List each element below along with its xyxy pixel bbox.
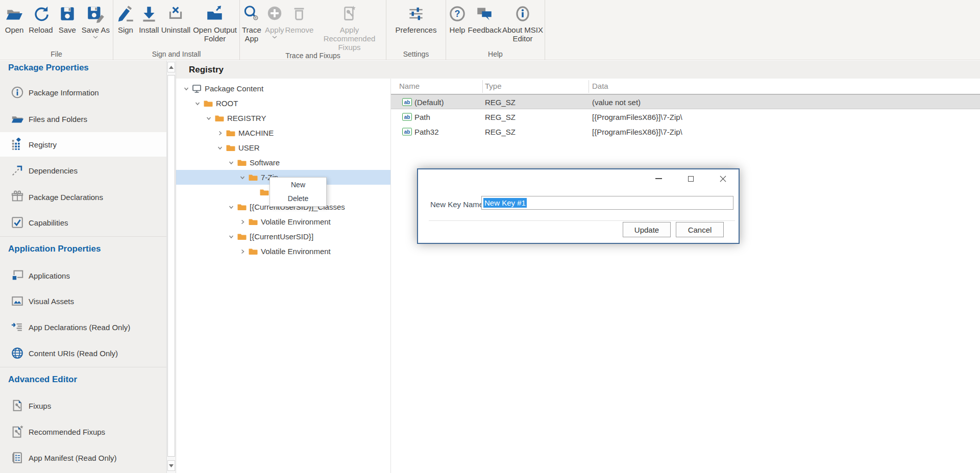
computer-icon: [192, 84, 202, 93]
tree-item-currentusersid[interactable]: [{CurrentUserSID}]: [176, 229, 390, 244]
sidebar-item-files-and-folders[interactable]: Files and Folders: [0, 107, 166, 131]
sidebar-item-content-uris-read-only[interactable]: Content URIs (Read Only): [0, 341, 166, 365]
recommended-fixups-icon: [340, 4, 359, 23]
scrollbar-up-button[interactable]: [167, 62, 175, 72]
sidebar-item-capabilities[interactable]: Capabilities: [0, 210, 166, 235]
column-header-name[interactable]: Name: [399, 82, 420, 90]
sidebar-item-app-manifest-read-only[interactable]: App Manifest (Read Only): [0, 445, 166, 470]
folder-icon: [237, 158, 247, 167]
chevron-down-icon: [228, 204, 234, 210]
open-folder-icon: [5, 4, 24, 23]
preferences-sliders-icon: [406, 4, 426, 23]
folder-icon: [248, 217, 258, 227]
ribbon-button-preferences[interactable]: Preferences: [396, 3, 437, 34]
arrow-list-icon: [11, 320, 24, 334]
minimize-button[interactable]: [648, 171, 670, 186]
new-key-name-input[interactable]: New Key #1: [481, 196, 733, 210]
save-as-icon: [86, 4, 105, 23]
sidebar-item-app-declarations-read-only[interactable]: App Declarations (Read Only): [0, 315, 166, 339]
sidebar-scrollbar[interactable]: [166, 61, 176, 473]
column-header-type[interactable]: Type: [485, 82, 502, 90]
tree-item-user[interactable]: USER: [176, 140, 390, 155]
remove-trash-icon: [289, 4, 309, 23]
sidebar-item-recommended-fixups[interactable]: Recommended Fixups: [0, 419, 166, 444]
ribbon-button-reload[interactable]: Reload: [29, 3, 53, 34]
scrollbar-down-button[interactable]: [167, 460, 175, 471]
scrollbar-thumb[interactable]: [167, 75, 175, 457]
chevron-down-icon: [183, 86, 189, 92]
sidebar-item-applications[interactable]: Applications: [0, 263, 166, 288]
ribbon-button-uninstall[interactable]: Uninstall: [161, 3, 191, 34]
ribbon-button-about-msix-editor[interactable]: About MSIX Editor: [501, 3, 545, 43]
update-button[interactable]: Update: [623, 222, 671, 237]
reg-sz-icon: ab: [402, 128, 412, 135]
sidebar-item-package-information[interactable]: Package Information: [0, 80, 166, 105]
expander-down[interactable]: [228, 204, 235, 211]
sidebar-heading-advanced-editor: Advanced Editor: [8, 374, 77, 386]
expander-down[interactable]: [228, 159, 235, 166]
context-menu-item-delete[interactable]: Delete: [270, 192, 326, 206]
tree-item-root[interactable]: ROOT: [176, 96, 390, 111]
sidebar-item-dependencies[interactable]: Dependencies: [0, 158, 166, 183]
folder-icon: [248, 246, 258, 256]
trace-app-icon: [242, 4, 261, 23]
context-menu: NewDelete: [270, 177, 327, 207]
fixups-doc-star-icon: [11, 425, 24, 438]
expander-down[interactable]: [239, 174, 246, 181]
tree-item-registry[interactable]: REGISTRY: [176, 111, 390, 126]
sidebar-item-registry[interactable]: Registry: [0, 132, 166, 157]
tree-item-volatile-environment[interactable]: Volatile Environment: [176, 214, 390, 229]
info-circle-icon: [11, 86, 24, 99]
expander-right[interactable]: [239, 218, 246, 226]
expander-right[interactable]: [216, 130, 224, 137]
expander-none: [250, 189, 257, 196]
reg-sz-icon: ab: [402, 113, 412, 120]
tree-item-package-content[interactable]: Package Content: [176, 81, 390, 96]
expander-down[interactable]: [194, 100, 201, 107]
table-row-default[interactable]: ab(Default)REG_SZ(value not set): [391, 94, 980, 109]
close-button[interactable]: [712, 171, 734, 186]
ribbon-group-help: ?HelpFeedbackAbout MSIX EditorHelp: [446, 0, 545, 60]
close-icon: [720, 176, 726, 182]
section-divider: [0, 236, 166, 237]
table-row-path[interactable]: abPathREG_SZ[{ProgramFilesX86}]\7-Zip\: [391, 109, 980, 124]
sidebar-item-visual-assets[interactable]: Visual Assets: [0, 289, 166, 313]
folder-icon: [259, 187, 269, 197]
folder-icon: [226, 143, 235, 153]
ribbon-button-save-as[interactable]: Save As: [82, 3, 110, 39]
ribbon-group-trace-and-fixups: Trace AppApplyRemoveApply Recommended Fi…: [240, 0, 386, 60]
sidebar-item-fixups[interactable]: Fixups: [0, 393, 166, 418]
ribbon-group-label: Help: [446, 50, 545, 60]
cancel-button[interactable]: Cancel: [676, 222, 724, 237]
ribbon-button-trace-app[interactable]: Trace App: [240, 3, 263, 43]
ribbon-button-apply-recommended-fixups[interactable]: Apply Recommended Fixups: [313, 3, 386, 52]
tree-item-volatile-environment[interactable]: Volatile Environment: [176, 244, 390, 259]
maximize-icon: [688, 176, 694, 182]
tree-item-software[interactable]: Software: [176, 155, 390, 170]
ribbon-button-open[interactable]: Open: [3, 3, 26, 34]
expander-down[interactable]: [183, 85, 190, 92]
ribbon-button-save[interactable]: Save: [56, 3, 79, 34]
ribbon-button-help[interactable]: ?Help: [446, 3, 469, 34]
ribbon-group-label: Sign and Install: [113, 50, 239, 60]
tree-item-machine[interactable]: MACHINE: [176, 126, 390, 140]
expander-down[interactable]: [216, 144, 224, 152]
table-header-row: NameTypeData: [391, 79, 980, 94]
column-header-data[interactable]: Data: [592, 82, 608, 90]
maximize-button[interactable]: [680, 171, 702, 186]
registry-grid-icon: [11, 138, 24, 151]
expander-down[interactable]: [205, 115, 212, 122]
cell-data: [{ProgramFilesX86}]\7-Zip\: [592, 112, 682, 121]
ribbon-button-open-output-folder[interactable]: Open Output Folder: [191, 3, 238, 43]
ribbon-button-install[interactable]: Install: [138, 3, 160, 34]
context-menu-item-new[interactable]: New: [270, 178, 326, 192]
ribbon-button-remove[interactable]: Remove: [286, 3, 313, 34]
expander-right[interactable]: [239, 248, 246, 255]
sidebar-item-package-declarations[interactable]: Package Declarations: [0, 185, 166, 209]
table-row-path32[interactable]: abPath32REG_SZ[{ProgramFilesX86}]\7-Zip\: [391, 124, 980, 139]
apply-plus-icon: [265, 4, 284, 23]
ribbon-button-apply[interactable]: Apply: [263, 3, 286, 39]
expander-down[interactable]: [228, 233, 235, 240]
ribbon-button-feedback[interactable]: Feedback: [469, 3, 501, 34]
ribbon-button-sign[interactable]: Sign: [114, 3, 137, 34]
